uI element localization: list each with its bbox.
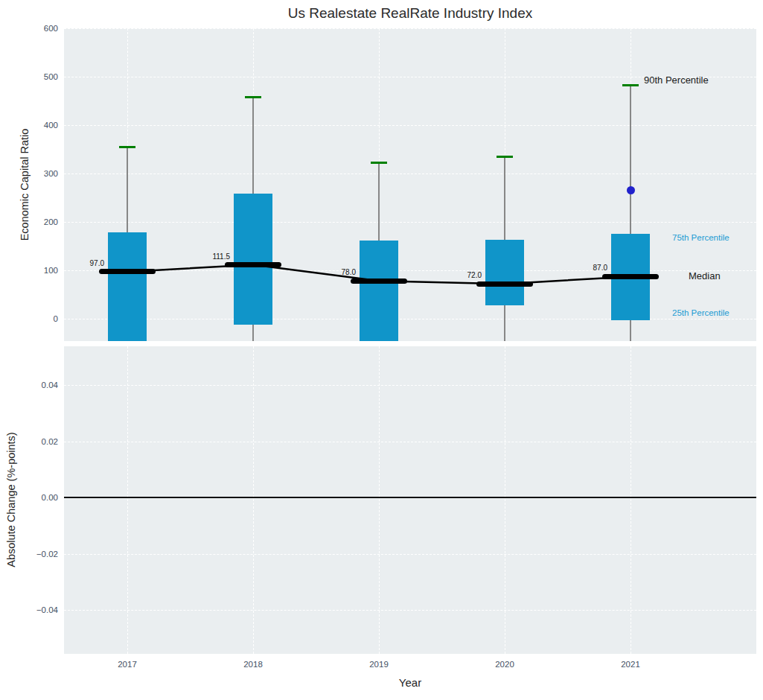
median-marker-2018: [225, 262, 281, 267]
top-y-tick-600: 600: [6, 22, 58, 34]
median-value-label-2017: 97.0: [64, 259, 104, 268]
x-axis-label: Year: [399, 676, 421, 689]
top-y-tick-400: 400: [6, 119, 58, 131]
median-value-label-2019: 78.0: [296, 268, 356, 277]
x-tick-2018: 2018: [231, 659, 275, 670]
gridline-vertical: [630, 346, 631, 654]
median-marker-2017: [99, 269, 156, 274]
x-tick-2020: 2020: [482, 659, 527, 670]
x-tick-2021: 2021: [608, 659, 653, 670]
bottom-y-tick--0.04: −0.04: [6, 604, 58, 616]
gridline-horizontal: [64, 610, 756, 611]
median-marker-2021: [602, 274, 659, 279]
gridline-vertical: [379, 346, 380, 654]
chart-title: Us Realestate RealRate Industry Index: [64, 5, 756, 22]
gridline-vertical: [505, 346, 505, 654]
annotation-25th-percentile: 25th Percentile: [672, 308, 730, 317]
median-marker-2019: [351, 279, 407, 284]
annotation-median: Median: [689, 270, 721, 281]
bottom-y-tick-0: 0.00: [6, 491, 58, 503]
top-y-tick-500: 500: [6, 71, 58, 83]
gridline-horizontal: [64, 554, 756, 555]
top-plot-area: 97.0111.578.072.087.090th Percentile75th…: [64, 28, 756, 341]
top-y-tick-100: 100: [6, 264, 58, 276]
top-y-tick-0: 0: [6, 313, 58, 325]
gridline-vertical: [253, 346, 254, 654]
annotation-90th-percentile: 90th Percentile: [644, 74, 709, 86]
bottom-y-tick--0.02: −0.02: [6, 548, 58, 560]
median-value-label-2021: 87.0: [548, 264, 607, 273]
x-tick-2019: 2019: [357, 659, 401, 670]
gridline-horizontal: [64, 385, 756, 386]
bottom-y-tick-0.02: 0.02: [6, 436, 58, 448]
bottom-y-tick-0.04: 0.04: [6, 379, 58, 391]
zero-reference-line: [64, 497, 756, 498]
annotation-75th-percentile: 75th Percentile: [672, 233, 730, 242]
x-tick-2017: 2017: [105, 659, 150, 670]
gridline-vertical: [127, 346, 128, 654]
median-value-label-2018: 111.5: [170, 252, 230, 261]
gridline-horizontal: [64, 442, 756, 442]
top-y-tick-200: 200: [6, 216, 58, 228]
figure: Us Realestate RealRate Industry Index Ec…: [0, 0, 763, 700]
top-y-tick-300: 300: [6, 168, 58, 179]
median-value-label-2020: 72.0: [422, 271, 482, 280]
bottom-plot-area: [64, 346, 756, 654]
median-marker-2020: [476, 281, 533, 287]
entity-point-redwood-mortgage-investors-ix: [627, 186, 635, 194]
